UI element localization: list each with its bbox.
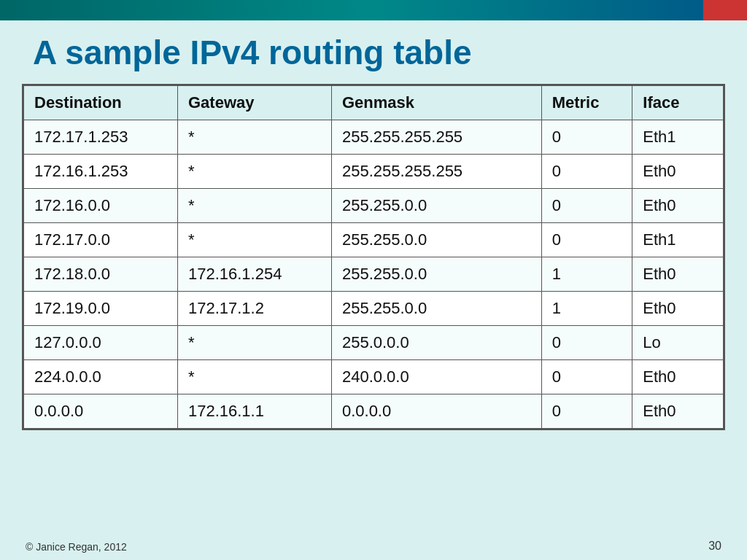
table-cell: Eth0 — [632, 394, 724, 429]
table-cell: 0 — [541, 120, 632, 155]
table-cell: Lo — [632, 326, 724, 360]
table-cell: 0.0.0.0 — [24, 394, 178, 429]
table-cell: 255.255.255.255 — [331, 120, 541, 155]
table-cell: 255.255.0.0 — [331, 257, 541, 292]
col-header-metric: Metric — [541, 86, 632, 120]
table-cell: 240.0.0.0 — [331, 360, 541, 394]
table-cell: * — [177, 223, 331, 257]
table-row: 127.0.0.0*255.0.0.00Lo — [24, 326, 724, 360]
table-cell: Eth0 — [632, 292, 724, 326]
table-row: 172.16.1.253*255.255.255.2550Eth0 — [24, 155, 724, 189]
table-cell: 255.255.0.0 — [331, 292, 541, 326]
table-cell: 127.0.0.0 — [24, 326, 178, 360]
table-row: 172.17.0.0*255.255.0.00Eth1 — [24, 223, 724, 257]
col-header-iface: Iface — [632, 86, 724, 120]
table-cell: 172.19.0.0 — [24, 292, 178, 326]
table-cell: 0 — [541, 360, 632, 394]
table-cell: 172.17.1.2 — [177, 292, 331, 326]
table-row: 172.17.1.253*255.255.255.2550Eth1 — [24, 120, 724, 155]
footer-page-number: 30 — [708, 540, 721, 553]
table-cell: 172.16.0.0 — [24, 189, 178, 223]
table-cell: 0 — [541, 223, 632, 257]
routing-table-container: Destination Gateway Genmask Metric Iface… — [22, 84, 725, 430]
table-cell: 172.16.1.1 — [177, 394, 331, 429]
table-cell: * — [177, 189, 331, 223]
top-bar-accent — [703, 0, 747, 20]
top-bar — [0, 0, 747, 20]
table-cell: Eth1 — [632, 223, 724, 257]
table-cell: 224.0.0.0 — [24, 360, 178, 394]
table-row: 172.18.0.0172.16.1.254255.255.0.01Eth0 — [24, 257, 724, 292]
table-row: 172.16.0.0*255.255.0.00Eth0 — [24, 189, 724, 223]
page-title: A sample IPv4 routing table — [33, 33, 472, 72]
col-header-genmask: Genmask — [331, 86, 541, 120]
col-header-destination: Destination — [24, 86, 178, 120]
table-row: 0.0.0.0172.16.1.10.0.0.00Eth0 — [24, 394, 724, 429]
table-row: 172.19.0.0172.17.1.2255.255.0.01Eth0 — [24, 292, 724, 326]
table-header-row: Destination Gateway Genmask Metric Iface — [24, 86, 724, 120]
table-cell: * — [177, 120, 331, 155]
footer-copyright: © Janice Regan, 2012 — [26, 541, 127, 553]
table-cell: 255.255.0.0 — [331, 189, 541, 223]
table-cell: Eth0 — [632, 189, 724, 223]
table-cell: 255.255.255.255 — [331, 155, 541, 189]
table-cell: 0 — [541, 394, 632, 429]
col-header-gateway: Gateway — [177, 86, 331, 120]
table-cell: 172.17.0.0 — [24, 223, 178, 257]
table-cell: Eth0 — [632, 155, 724, 189]
table-cell: 172.17.1.253 — [24, 120, 178, 155]
table-cell: 0 — [541, 189, 632, 223]
table-cell: 0 — [541, 326, 632, 360]
table-cell: 172.16.1.254 — [177, 257, 331, 292]
table-row: 224.0.0.0*240.0.0.00Eth0 — [24, 360, 724, 394]
table-cell: Eth0 — [632, 257, 724, 292]
table-cell: 1 — [541, 292, 632, 326]
table-cell: * — [177, 360, 331, 394]
table-cell: 255.0.0.0 — [331, 326, 541, 360]
table-cell: 1 — [541, 257, 632, 292]
table-cell: 0.0.0.0 — [331, 394, 541, 429]
table-cell: 0 — [541, 155, 632, 189]
table-cell: 172.16.1.253 — [24, 155, 178, 189]
routing-table: Destination Gateway Genmask Metric Iface… — [23, 85, 724, 429]
table-cell: Eth0 — [632, 360, 724, 394]
table-cell: * — [177, 155, 331, 189]
table-cell: * — [177, 326, 331, 360]
table-cell: 172.18.0.0 — [24, 257, 178, 292]
table-cell: Eth1 — [632, 120, 724, 155]
table-cell: 255.255.0.0 — [331, 223, 541, 257]
